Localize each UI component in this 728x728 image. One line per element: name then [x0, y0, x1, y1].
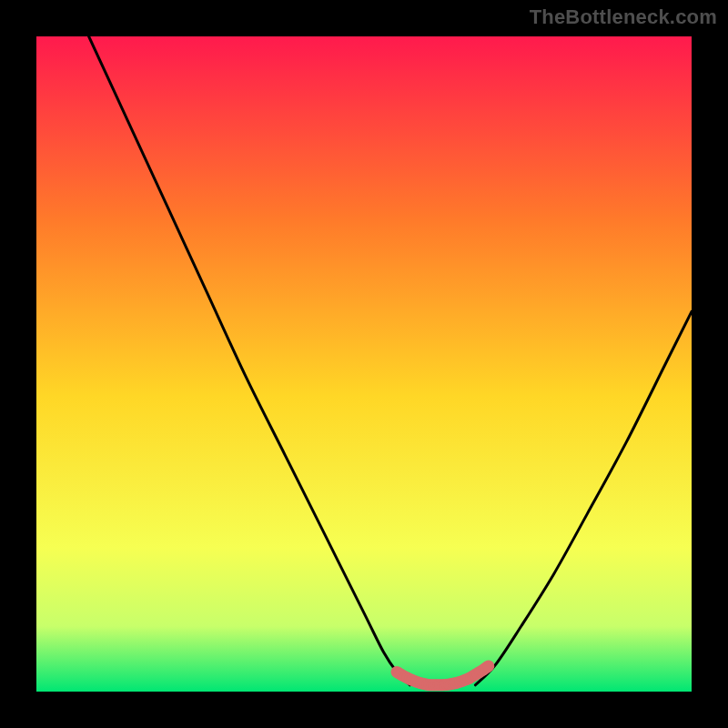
curve-layer — [36, 36, 692, 692]
right-branch-curve — [475, 311, 692, 684]
left-branch-curve — [89, 36, 410, 685]
chart-frame: TheBottleneck.com — [0, 0, 728, 728]
optimum-band-dots — [391, 660, 495, 691]
watermark-text: TheBottleneck.com — [530, 5, 717, 29]
optimum-dot — [482, 660, 494, 672]
plot-area — [36, 36, 692, 692]
